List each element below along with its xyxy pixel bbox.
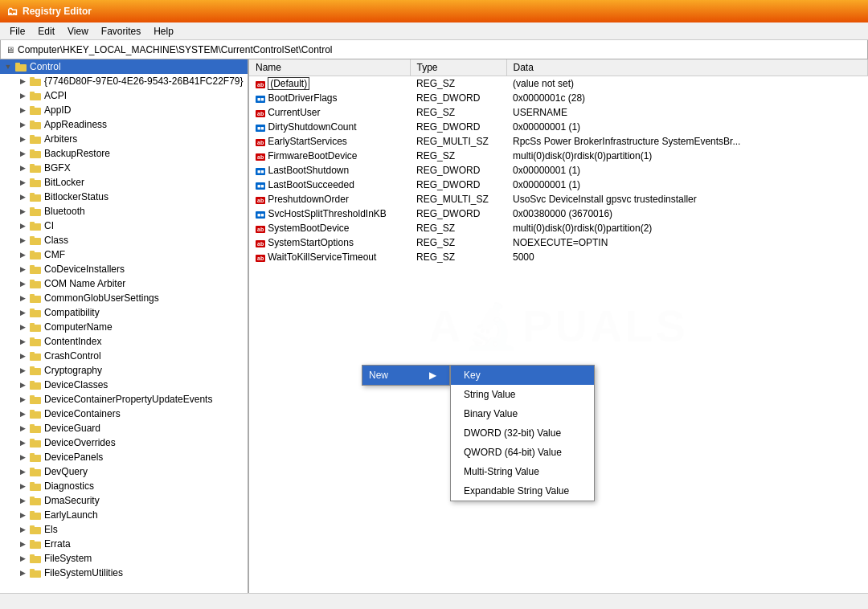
table-row[interactable]: ■■DirtyShutdownCountREG_DWORD0x00000001 … [249,120,868,134]
expander-backuprestore[interactable]: ▶ [16,147,29,160]
expander-guid[interactable]: ▶ [16,75,29,88]
tree-item-dmasecurity[interactable]: ▶DmaSecurity [0,493,248,508]
tree-item-class[interactable]: ▶Class [0,233,248,247]
expander-bitlocker[interactable]: ▶ [16,176,29,189]
tree-item-deviceoverrides[interactable]: ▶DeviceOverrides [0,435,248,450]
expander-diagnostics[interactable]: ▶ [16,480,29,493]
menu-view[interactable]: View [61,24,95,39]
menu-file[interactable]: File [3,24,31,39]
submenu-string-value[interactable]: String Value [451,385,594,404]
submenu-multi-string-value[interactable]: Multi-String Value [451,462,594,481]
expander-deviceoverrides[interactable]: ▶ [16,436,29,449]
table-row[interactable]: ■■BootDriverFlagsREG_DWORD0x0000001c (28… [249,91,868,105]
expander-earlylaunch[interactable]: ▶ [16,509,29,521]
tree-item-contentindex[interactable]: ▶ContentIndex [0,334,248,349]
expander-deviceclasses[interactable]: ▶ [16,378,29,391]
expander-crashcontrol[interactable]: ▶ [16,349,29,362]
expander-filesystemutilities[interactable]: ▶ [16,566,29,579]
tree-item-devicecontainers[interactable]: ▶DeviceContainers [0,407,248,421]
tree-item-earlylaunch[interactable]: ▶EarlyLaunch [0,508,248,522]
tree-item-appreadiness[interactable]: ▶AppReadiness [0,117,248,132]
expander-control[interactable]: ▼ [2,60,14,73]
tree-item-cryptography[interactable]: ▶Cryptography [0,363,248,378]
tree-item-commonglobusersettings[interactable]: ▶CommonGlobUserSettings [0,291,248,305]
expander-bluetooth[interactable]: ▶ [16,205,29,218]
table-row[interactable]: abWaitToKillServiceTimeoutREG_SZ5000 [249,250,868,264]
submenu-dword-value[interactable]: DWORD (32-bit) Value [451,423,594,443]
expander-commonglobusersettings[interactable]: ▶ [16,292,29,304]
tree-item-cmf[interactable]: ▶CMF [0,247,248,262]
expander-devicecontainerpropertyupdateevents[interactable]: ▶ [16,393,29,406]
expander-devquery[interactable]: ▶ [16,465,29,478]
expander-compatibility[interactable]: ▶ [16,306,29,319]
tree-item-errata[interactable]: ▶Errata [0,537,248,551]
menu-help[interactable]: Help [147,24,180,39]
tree-item-guid[interactable]: ▶{7746D80F-97E0-4E26-9543-26B41FC22F79} [0,74,248,88]
expander-devicecontainers[interactable]: ▶ [16,407,29,420]
context-menu-new[interactable]: New ▶ [362,365,450,386]
table-row[interactable]: abCurrentUserREG_SZUSERNAME [249,105,868,120]
expander-deviceguard[interactable]: ▶ [16,422,29,435]
tree-item-appid[interactable]: ▶AppID [0,103,248,117]
table-row[interactable]: abSystemStartOptionsREG_SZ NOEXECUTE=OPT… [249,235,868,250]
context-menu-new-item[interactable]: New ▶ [362,366,449,385]
expander-contentindex[interactable]: ▶ [16,335,29,348]
table-row[interactable]: abFirmwareBootDeviceREG_SZmulti(0)disk(0… [249,149,868,163]
expander-bitlockerstatus[interactable]: ▶ [16,190,29,203]
expander-devicepanels[interactable]: ▶ [16,451,29,464]
expander-bgfx[interactable]: ▶ [16,161,29,174]
tree-item-acpi[interactable]: ▶ACPI [0,88,248,103]
tree-item-bgfx[interactable]: ▶BGFX [0,161,248,175]
tree-item-deviceguard[interactable]: ▶DeviceGuard [0,421,248,435]
expander-class[interactable]: ▶ [16,234,29,247]
table-row[interactable]: ■■LastBootShutdownREG_DWORD0x00000001 (1… [249,163,868,178]
expander-filesystem[interactable]: ▶ [16,552,29,565]
submenu-expandable-string-value[interactable]: Expandable String Value [451,481,594,501]
submenu-key[interactable]: Key [451,366,594,385]
expander-els[interactable]: ▶ [16,523,29,536]
tree-item-backuprestore[interactable]: ▶BackupRestore [0,146,248,161]
expander-codeviceinstallers[interactable]: ▶ [16,263,29,276]
tree-item-deviceclasses[interactable]: ▶DeviceClasses [0,378,248,392]
context-submenu[interactable]: Key String Value Binary Value DWORD (32-… [450,365,595,501]
tree-item-comnamearbiter[interactable]: ▶COM Name Arbiter [0,276,248,291]
tree-item-devicecontainerpropertyupdateevents[interactable]: ▶DeviceContainerPropertyUpdateEvents [0,392,248,407]
submenu-binary-value[interactable]: Binary Value [451,404,594,423]
table-row[interactable]: abEarlyStartServicesREG_MULTI_SZRpcSs Po… [249,134,868,149]
tree-item-devquery[interactable]: ▶DevQuery [0,464,248,479]
tree-item-codeviceinstallers[interactable]: ▶CoDeviceInstallers [0,262,248,276]
expander-comnamearbiter[interactable]: ▶ [16,277,29,290]
tree-pane[interactable]: ▼ Control ▶{7746D80F-97E0-4E26-9543-26B4… [0,59,249,593]
tree-item-arbiters[interactable]: ▶Arbiters [0,132,248,146]
tree-item-filesystem[interactable]: ▶FileSystem [0,551,248,566]
tree-item-computername[interactable]: ▶ComputerName [0,320,248,334]
expander-dmasecurity[interactable]: ▶ [16,494,29,507]
table-row[interactable]: abSystemBootDeviceREG_SZmulti(0)disk(0)r… [249,221,868,235]
tree-item-compatibility[interactable]: ▶Compatibility [0,305,248,320]
table-row[interactable]: abPreshutdownOrderREG_MULTI_SZUsoSvc Dev… [249,192,868,206]
table-row[interactable]: ab(Default)REG_SZ(value not set) [249,76,868,92]
expander-cmf[interactable]: ▶ [16,248,29,261]
expander-errata[interactable]: ▶ [16,537,29,550]
tree-item-els[interactable]: ▶Els [0,522,248,537]
expander-appreadiness[interactable]: ▶ [16,118,29,131]
tree-item-control[interactable]: ▼ Control [0,59,248,74]
tree-item-bitlocker[interactable]: ▶BitLocker [0,175,248,190]
tree-item-diagnostics[interactable]: ▶Diagnostics [0,479,248,493]
table-row[interactable]: ■■LastBootSucceededREG_DWORD0x00000001 (… [249,178,868,192]
expander-cryptography[interactable]: ▶ [16,364,29,377]
table-row[interactable]: ■■SvcHostSplitThresholdInKBREG_DWORD0x00… [249,206,868,221]
tree-item-filesystemutilities[interactable]: ▶FileSystemUtilities [0,566,248,580]
submenu-qword-value[interactable]: QWORD (64-bit) Value [451,443,594,462]
menu-edit[interactable]: Edit [31,24,61,39]
expander-ci[interactable]: ▶ [16,219,29,232]
expander-acpi[interactable]: ▶ [16,89,29,102]
tree-item-bluetooth[interactable]: ▶Bluetooth [0,204,248,219]
expander-appid[interactable]: ▶ [16,104,29,116]
tree-item-crashcontrol[interactable]: ▶CrashControl [0,349,248,363]
tree-item-bitlockerstatus[interactable]: ▶BitlockerStatus [0,190,248,204]
menu-favorites[interactable]: Favorites [95,24,147,39]
tree-item-ci[interactable]: ▶CI [0,219,248,233]
expander-arbiters[interactable]: ▶ [16,133,29,145]
expander-computername[interactable]: ▶ [16,321,29,333]
